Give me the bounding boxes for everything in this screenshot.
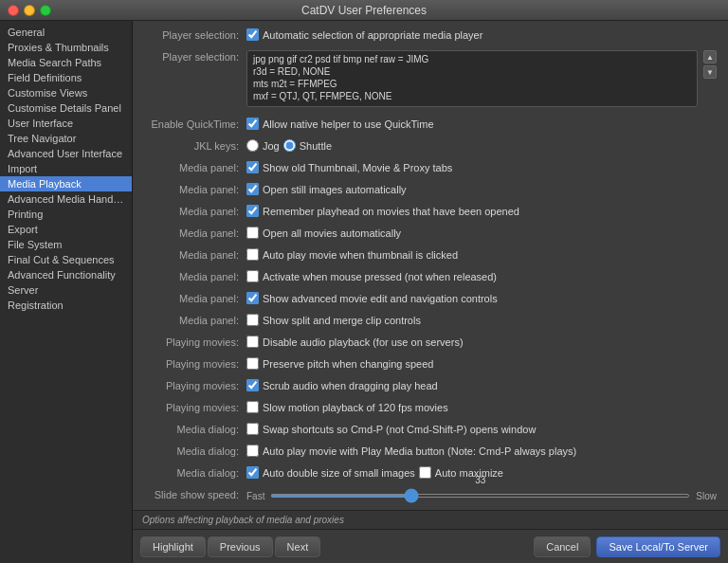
checkbox-label-media-dialog-3-1[interactable]: Auto double size of small images xyxy=(246,466,415,479)
row-slideshow-speed: Slide show speed:Fast33Slow xyxy=(144,488,717,505)
label-playing-movies-3: Playing movies: xyxy=(144,379,246,391)
scroll-down-arrow[interactable]: ▼ xyxy=(703,65,717,79)
checkbox-media-panel-2[interactable] xyxy=(246,183,259,195)
player-select-box[interactable]: jpg png gif cr2 psd tif bmp nef raw = JI… xyxy=(246,50,698,107)
sidebar-item-proxies[interactable]: Proxies & Thumbnails xyxy=(0,40,132,55)
checkbox-label-playing-movies-3[interactable]: Scrub audio when dragging play head xyxy=(246,379,438,391)
content-playing-movies-2: Preserve pitch when changing speed xyxy=(246,357,717,370)
sidebar-item-field-def[interactable]: Field Definitions xyxy=(0,70,132,85)
highlight-button[interactable]: Highlight xyxy=(140,536,206,557)
radio-label-jog[interactable]: Jog xyxy=(246,139,280,152)
checkbox-media-dialog-3-1[interactable] xyxy=(246,466,259,479)
checkbox-media-panel-4[interactable] xyxy=(246,227,259,239)
checkbox-media-panel-3[interactable] xyxy=(246,205,259,217)
checkbox-label-media-panel-1[interactable]: Show old Thumbnail, Movie & Proxy tabs xyxy=(246,161,452,173)
radio-jog[interactable] xyxy=(246,139,259,152)
checkbox-text-playing-movies-4: Slow motion playback of 120 fps movies xyxy=(263,402,448,413)
checkbox-media-panel-8[interactable] xyxy=(246,314,259,326)
checkbox-text-media-dialog-1: Swap shortcuts so Cmd-P (not Cmd-Shift-P… xyxy=(263,424,536,435)
maximize-button[interactable] xyxy=(40,5,51,16)
title-bar: CatDV User Preferences xyxy=(0,0,728,21)
sidebar-item-server[interactable]: Server xyxy=(0,282,132,298)
scroll-up-arrow[interactable]: ▲ xyxy=(703,50,717,64)
checkbox-label-enable-quicktime[interactable]: Allow native helper to use QuickTime xyxy=(246,118,434,130)
sidebar-item-printing[interactable]: Printing xyxy=(0,207,132,222)
sidebar-item-media-search[interactable]: Media Search Paths xyxy=(0,55,132,70)
checkbox-label-playing-movies-1[interactable]: Disable audio playback (for use on serve… xyxy=(246,336,464,348)
checkbox-media-panel-5[interactable] xyxy=(246,248,259,261)
radio-text-shuttle: Shuttle xyxy=(300,140,332,152)
checkbox-label-media-panel-7[interactable]: Show advanced movie edit and navigation … xyxy=(246,292,498,304)
checkbox-label-media-panel-4[interactable]: Open all movies automatically xyxy=(246,227,401,239)
sidebar-item-advanced-ui[interactable]: Advanced User Interface xyxy=(0,146,132,161)
player-select-line: jpg png gif cr2 psd tif bmp nef raw = JI… xyxy=(251,53,693,65)
checkbox-playing-movies-2[interactable] xyxy=(246,357,259,370)
sidebar-item-customise-views[interactable]: Customise Views xyxy=(0,85,132,100)
minimize-button[interactable] xyxy=(24,5,35,16)
radio-label-shuttle[interactable]: Shuttle xyxy=(283,139,332,152)
checkbox-label-media-panel-5[interactable]: Auto play movie when thumbnail is clicke… xyxy=(246,248,458,261)
sidebar-item-media-playback[interactable]: Media Playback xyxy=(0,176,132,191)
checkbox-playing-movies-4[interactable] xyxy=(246,401,259,413)
cancel-button[interactable]: Cancel xyxy=(534,536,591,557)
sidebar-item-advanced-func[interactable]: Advanced Functionality xyxy=(0,267,132,282)
sidebar-item-final-cut[interactable]: Final Cut & Sequences xyxy=(0,252,132,267)
label-media-dialog-3: Media dialog: xyxy=(144,466,246,479)
slider-track: 33 xyxy=(270,488,690,503)
content-media-panel-2: Open still images automatically xyxy=(246,183,717,195)
slider-container-slideshow-speed: Fast33Slow xyxy=(246,488,717,503)
next-button[interactable]: Next xyxy=(275,536,321,557)
label-media-panel-2: Media panel: xyxy=(144,183,246,195)
sidebar-item-customise-details[interactable]: Customise Details Panel xyxy=(0,100,132,116)
sidebar-item-tree-navigator[interactable]: Tree Navigator xyxy=(0,131,132,146)
row-playing-movies-4: Playing movies:Slow motion playback of 1… xyxy=(144,401,717,418)
sidebar-item-file-system[interactable]: File System xyxy=(0,237,132,252)
bottom-left-buttons: Highlight Previous Next xyxy=(140,536,320,557)
sidebar-item-import[interactable]: Import xyxy=(0,161,132,176)
save-button[interactable]: Save Local/To Server xyxy=(596,536,720,557)
checkbox-media-panel-1[interactable] xyxy=(246,161,259,173)
scroll-area[interactable]: Player selection:Automatic selection of … xyxy=(133,21,728,510)
checkbox-label-playing-movies-2[interactable]: Preserve pitch when changing speed xyxy=(246,357,433,370)
row-media-panel-3: Media panel:Remember playhead on movies … xyxy=(144,205,717,222)
checkbox-text-media-panel-8: Show split and merge clip controls xyxy=(263,315,421,326)
checkbox-text-player-selection-1: Automatic selection of appropriate media… xyxy=(263,29,482,41)
checkbox-playing-movies-1[interactable] xyxy=(246,336,259,348)
checkbox-media-panel-7[interactable] xyxy=(246,292,259,304)
previous-button[interactable]: Previous xyxy=(208,536,273,557)
checkbox-label-media-panel-2[interactable]: Open still images automatically xyxy=(246,183,407,195)
checkbox-media-dialog-3-2[interactable] xyxy=(419,466,431,479)
sidebar-item-user-interface[interactable]: User Interface xyxy=(0,116,132,131)
checkbox-label-player-selection-1[interactable]: Automatic selection of appropriate media… xyxy=(246,28,482,41)
checkbox-enable-quicktime[interactable] xyxy=(246,118,259,130)
checkbox-label-playing-movies-4[interactable]: Slow motion playback of 120 fps movies xyxy=(246,401,448,413)
checkbox-label-media-panel-6[interactable]: Activate when mouse pressed (not when re… xyxy=(246,270,497,282)
checkbox-playing-movies-3[interactable] xyxy=(246,379,259,391)
content-media-dialog-1: Swap shortcuts so Cmd-P (not Cmd-Shift-P… xyxy=(246,423,717,435)
slider-left-label: Fast xyxy=(246,491,264,501)
sidebar-item-general[interactable]: General xyxy=(0,25,132,40)
sidebar-item-advanced-media[interactable]: Advanced Media Handling xyxy=(0,191,132,207)
checkbox-label-media-panel-3[interactable]: Remember playhead on movies that have be… xyxy=(246,205,519,217)
checkbox-media-panel-6[interactable] xyxy=(246,270,259,282)
checkbox-label-media-dialog-1[interactable]: Swap shortcuts so Cmd-P (not Cmd-Shift-P… xyxy=(246,423,536,435)
checkbox-player-selection-1[interactable] xyxy=(246,28,259,41)
slider-input-slideshow-speed[interactable] xyxy=(270,494,690,498)
radio-shuttle[interactable] xyxy=(283,139,296,152)
label-media-panel-6: Media panel: xyxy=(144,270,246,282)
content-playing-movies-3: Scrub audio when dragging play head xyxy=(246,379,717,391)
row-media-panel-8: Media panel:Show split and merge clip co… xyxy=(144,314,717,331)
row-playing-movies-1: Playing movies:Disable audio playback (f… xyxy=(144,336,717,353)
content-media-panel-5: Auto play movie when thumbnail is clicke… xyxy=(246,248,717,261)
status-text: Options affecting playback of media and … xyxy=(142,515,344,525)
checkbox-label-media-dialog-2[interactable]: Auto play movie with Play Media button (… xyxy=(246,445,576,457)
sidebar-item-export[interactable]: Export xyxy=(0,222,132,237)
checkbox-label-media-panel-8[interactable]: Show split and merge clip controls xyxy=(246,314,421,326)
checkbox-media-dialog-1[interactable] xyxy=(246,423,259,435)
window-controls[interactable] xyxy=(8,5,51,16)
checkbox-text-media-dialog-3-2: Auto maximize xyxy=(435,467,503,479)
checkbox-media-dialog-2[interactable] xyxy=(246,445,259,457)
checkbox-label-media-dialog-3-2[interactable]: Auto maximize xyxy=(419,466,503,479)
sidebar-item-registration[interactable]: Registration xyxy=(0,298,132,313)
close-button[interactable] xyxy=(8,5,19,16)
